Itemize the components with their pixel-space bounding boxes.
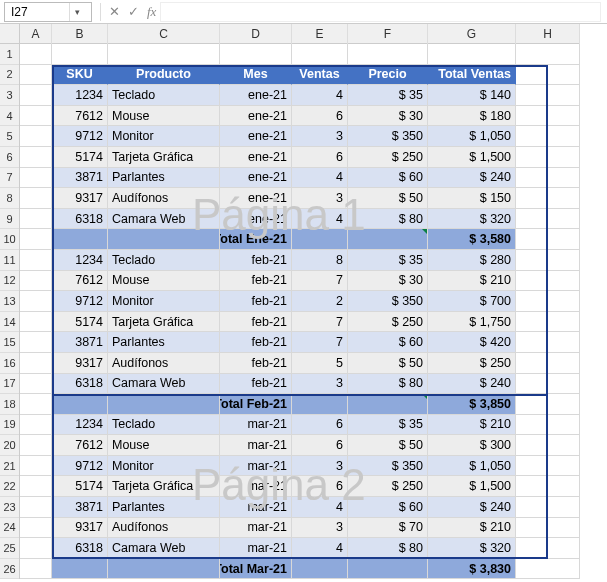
cell[interactable]: 4 xyxy=(292,497,348,518)
cell[interactable] xyxy=(516,497,580,518)
cell[interactable]: mar-21 xyxy=(220,456,292,477)
cell[interactable] xyxy=(516,65,580,86)
cell[interactable] xyxy=(20,209,52,230)
cell[interactable]: 7 xyxy=(292,332,348,353)
cell[interactable]: $ 60 xyxy=(348,168,428,189)
cell[interactable]: $ 35 xyxy=(348,85,428,106)
cell[interactable]: 5174 xyxy=(52,476,108,497)
cell[interactable]: Monitor xyxy=(108,291,220,312)
cell[interactable]: Producto xyxy=(108,65,220,86)
cell[interactable]: Mes xyxy=(220,65,292,86)
cell[interactable]: 3 xyxy=(292,188,348,209)
cell[interactable]: 3 xyxy=(292,374,348,395)
cell[interactable]: ene-21 xyxy=(220,188,292,209)
fx-icon[interactable]: fx xyxy=(143,4,160,20)
row-header[interactable]: 18 xyxy=(0,394,19,415)
cell[interactable] xyxy=(348,44,428,65)
row-header[interactable]: 15 xyxy=(0,332,19,353)
cell[interactable]: ene-21 xyxy=(220,209,292,230)
cell[interactable]: $ 3,830 xyxy=(428,559,516,580)
cell[interactable]: $ 80 xyxy=(348,374,428,395)
cell[interactable]: SKU xyxy=(52,65,108,86)
column-header[interactable]: E xyxy=(292,24,348,44)
cell[interactable]: Parlantes xyxy=(108,168,220,189)
cell[interactable] xyxy=(516,250,580,271)
cell[interactable]: $ 35 xyxy=(348,415,428,436)
cell[interactable]: $ 320 xyxy=(428,538,516,559)
cell[interactable]: 9317 xyxy=(52,518,108,539)
cell[interactable] xyxy=(20,415,52,436)
cell[interactable] xyxy=(516,312,580,333)
cell[interactable]: $ 250 xyxy=(348,147,428,168)
cell[interactable] xyxy=(516,291,580,312)
cell[interactable] xyxy=(20,559,52,580)
column-header[interactable]: B xyxy=(52,24,108,44)
row-header[interactable]: 20 xyxy=(0,435,19,456)
cell[interactable] xyxy=(516,126,580,147)
cell[interactable]: $ 50 xyxy=(348,435,428,456)
cell[interactable]: Camara Web xyxy=(108,374,220,395)
cell[interactable] xyxy=(516,209,580,230)
cell[interactable] xyxy=(52,44,108,65)
cell[interactable]: 9712 xyxy=(52,456,108,477)
cell[interactable]: 5174 xyxy=(52,312,108,333)
cell[interactable] xyxy=(292,394,348,415)
cell[interactable]: 6 xyxy=(292,147,348,168)
row-header[interactable]: 21 xyxy=(0,456,19,477)
cell[interactable]: $ 30 xyxy=(348,106,428,127)
cell[interactable]: 1234 xyxy=(52,250,108,271)
cell[interactable] xyxy=(20,85,52,106)
cell[interactable]: feb-21 xyxy=(220,353,292,374)
cell[interactable]: ene-21 xyxy=(220,85,292,106)
cell[interactable] xyxy=(516,85,580,106)
cell[interactable] xyxy=(516,168,580,189)
cell[interactable] xyxy=(516,394,580,415)
cell[interactable] xyxy=(20,456,52,477)
cell[interactable] xyxy=(20,168,52,189)
cell[interactable]: Audífonos xyxy=(108,518,220,539)
cell[interactable]: mar-21 xyxy=(220,435,292,456)
cell[interactable] xyxy=(20,332,52,353)
cell[interactable]: Parlantes xyxy=(108,332,220,353)
cell[interactable]: 1234 xyxy=(52,415,108,436)
cell[interactable]: 4 xyxy=(292,209,348,230)
cell[interactable]: Mouse xyxy=(108,271,220,292)
cell[interactable] xyxy=(20,476,52,497)
cell[interactable] xyxy=(108,394,220,415)
cell[interactable] xyxy=(516,456,580,477)
cell[interactable]: 9712 xyxy=(52,126,108,147)
chevron-down-icon[interactable]: ▾ xyxy=(69,3,85,21)
cell[interactable] xyxy=(52,229,108,250)
row-header[interactable]: 12 xyxy=(0,271,19,292)
cell[interactable] xyxy=(516,353,580,374)
row-header[interactable]: 16 xyxy=(0,353,19,374)
row-header[interactable]: 9 xyxy=(0,209,19,230)
cell[interactable] xyxy=(516,559,580,580)
cell[interactable] xyxy=(20,229,52,250)
cell[interactable]: 6318 xyxy=(52,374,108,395)
cell[interactable] xyxy=(348,394,428,415)
row-header[interactable]: 24 xyxy=(0,518,19,539)
cancel-formula-button[interactable]: ✕ xyxy=(105,4,124,19)
cell[interactable]: $ 1,750 xyxy=(428,312,516,333)
cell[interactable]: 6318 xyxy=(52,209,108,230)
cell[interactable]: $ 180 xyxy=(428,106,516,127)
cell[interactable] xyxy=(108,229,220,250)
cell[interactable] xyxy=(52,394,108,415)
cell[interactable] xyxy=(292,44,348,65)
cell[interactable]: $ 240 xyxy=(428,168,516,189)
cell[interactable]: $ 350 xyxy=(348,291,428,312)
row-header[interactable]: 13 xyxy=(0,291,19,312)
cell[interactable]: Mouse xyxy=(108,435,220,456)
cell[interactable]: $ 210 xyxy=(428,518,516,539)
cell[interactable]: Tarjeta Gráfica xyxy=(108,312,220,333)
cell[interactable]: $ 30 xyxy=(348,271,428,292)
cell[interactable]: Total Ventas xyxy=(428,65,516,86)
cell[interactable]: 3 xyxy=(292,126,348,147)
cell[interactable]: 8 xyxy=(292,250,348,271)
row-header[interactable]: 26 xyxy=(0,559,19,580)
row-header[interactable]: 14 xyxy=(0,312,19,333)
cell[interactable] xyxy=(516,332,580,353)
cell[interactable]: $ 240 xyxy=(428,497,516,518)
cell[interactable] xyxy=(516,538,580,559)
